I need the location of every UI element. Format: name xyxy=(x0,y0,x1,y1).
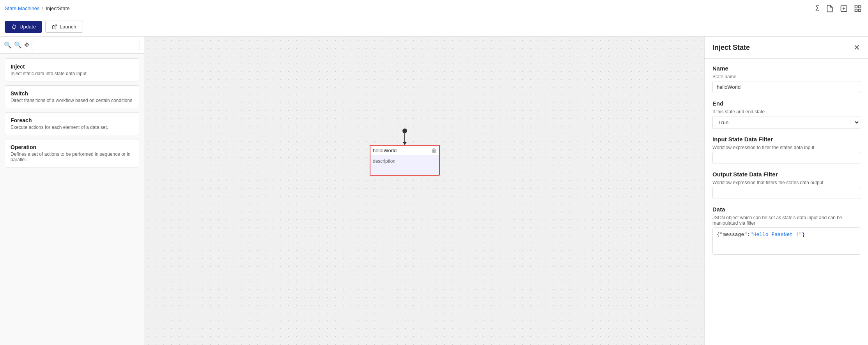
state-card-inject-title: Inject xyxy=(11,63,133,70)
zoom-in-icon[interactable]: 🔍 xyxy=(4,41,12,49)
state-card-operation[interactable]: Operation Defines a set of actions to be… xyxy=(5,139,139,167)
update-label: Update xyxy=(19,24,36,30)
launch-label: Launch xyxy=(60,24,76,30)
input-filter-input[interactable] xyxy=(712,152,860,164)
input-filter-label: Workflow expression to filter the states… xyxy=(712,145,860,150)
name-field-label: State name xyxy=(712,74,860,79)
state-card-foreach-desc: Execute actions for each element of a da… xyxy=(11,125,133,130)
panel-body: Name State name End If this state and en… xyxy=(705,59,868,261)
state-card-switch-title: Switch xyxy=(11,90,133,97)
output-filter-label: Workflow expression that filters the sta… xyxy=(712,180,860,185)
input-filter-section: Input State Data Filter Workflow express… xyxy=(712,136,860,164)
delete-icon[interactable]: 🗑 xyxy=(431,147,437,153)
svg-rect-3 xyxy=(855,9,857,11)
output-filter-section: Output State Data Filter Workflow expres… xyxy=(712,171,860,199)
end-field-select[interactable]: True False xyxy=(712,116,860,129)
zoom-out-icon[interactable]: 🔍 xyxy=(14,41,22,49)
data-value: "Hello FaasNet !" xyxy=(750,232,802,238)
breadcrumb-separator: \ xyxy=(42,5,44,11)
json-icon-btn[interactable] xyxy=(838,3,849,14)
launch-icon xyxy=(52,24,57,30)
toolbar-icons: Σ xyxy=(814,3,863,14)
canvas[interactable]: helloWorld 🗑 description xyxy=(144,37,704,345)
svg-rect-2 xyxy=(859,5,861,8)
input-filter-title: Input State Data Filter xyxy=(712,136,860,143)
breadcrumb-bar: State Machines \ InjectState Σ xyxy=(0,0,868,17)
svg-rect-4 xyxy=(859,9,861,11)
data-end: } xyxy=(802,232,805,238)
name-section-title: Name xyxy=(712,65,860,72)
arrow-connector xyxy=(404,133,405,145)
update-button[interactable]: Update xyxy=(5,21,42,33)
diagram-container: helloWorld 🗑 description xyxy=(370,128,440,176)
move-icon[interactable]: ✥ xyxy=(24,41,29,49)
launch-button[interactable]: Launch xyxy=(45,21,83,33)
end-section: End If this state and end state True Fal… xyxy=(712,100,860,129)
search-input[interactable] xyxy=(32,40,140,50)
name-field-input[interactable] xyxy=(712,81,860,93)
data-field-label: JSON object which can be set as state's … xyxy=(712,215,860,226)
data-section: Data JSON object which can be set as sta… xyxy=(712,206,860,255)
search-bar: 🔍 🔍 ✥ xyxy=(0,37,144,54)
main-layout: 🔍 🔍 ✥ Inject Inject static data into sta… xyxy=(0,37,868,345)
breadcrumb-current: InjectState xyxy=(46,5,69,11)
state-node-title: helloWorld xyxy=(373,148,397,153)
state-card-switch-desc: Direct transitions of a workflow based o… xyxy=(11,98,133,103)
data-section-title: Data xyxy=(712,206,860,213)
right-panel: Inject State ✕ Name State name End If th… xyxy=(704,37,868,345)
breadcrumb-parent[interactable]: State Machines xyxy=(5,5,40,11)
output-filter-input[interactable] xyxy=(712,187,860,199)
panel-title: Inject State xyxy=(712,44,750,52)
end-section-title: End xyxy=(712,100,860,107)
file-icon-btn[interactable] xyxy=(824,3,835,14)
state-card-foreach[interactable]: Foreach Execute actions for each element… xyxy=(5,112,139,135)
start-dot xyxy=(402,128,407,133)
state-node[interactable]: helloWorld 🗑 description xyxy=(370,145,440,176)
name-section: Name State name xyxy=(712,65,860,93)
data-key: {"message": xyxy=(717,232,750,238)
sigma-icon-btn[interactable]: Σ xyxy=(814,3,821,14)
panel-close-button[interactable]: ✕ xyxy=(854,43,860,52)
state-card-foreach-title: Foreach xyxy=(11,117,133,123)
update-icon xyxy=(11,24,17,30)
state-list: Inject Inject static data into state dat… xyxy=(0,54,144,172)
state-node-body: description xyxy=(370,155,439,175)
state-card-operation-title: Operation xyxy=(11,144,133,150)
breadcrumb: State Machines \ InjectState xyxy=(5,5,70,11)
actionbar: Update Launch xyxy=(0,17,868,37)
grid-icon-btn[interactable] xyxy=(852,3,863,14)
state-node-header: helloWorld 🗑 xyxy=(370,146,439,155)
state-card-switch[interactable]: Switch Direct transitions of a workflow … xyxy=(5,85,139,108)
state-card-operation-desc: Defines a set of actions to be performed… xyxy=(11,151,133,162)
svg-rect-1 xyxy=(855,5,857,8)
state-card-inject-desc: Inject static data into state data input xyxy=(11,71,133,76)
output-filter-title: Output State Data Filter xyxy=(712,171,860,178)
panel-header: Inject State ✕ xyxy=(705,37,868,59)
svg-line-5 xyxy=(54,25,57,27)
sidebar: 🔍 🔍 ✥ Inject Inject static data into sta… xyxy=(0,37,144,345)
state-node-body-text: description xyxy=(373,158,395,164)
data-editor[interactable]: {"message":"Hello FaasNet !"} xyxy=(712,227,860,255)
state-card-inject[interactable]: Inject Inject static data into state dat… xyxy=(5,58,139,81)
end-field-label: If this state and end state xyxy=(712,109,860,114)
